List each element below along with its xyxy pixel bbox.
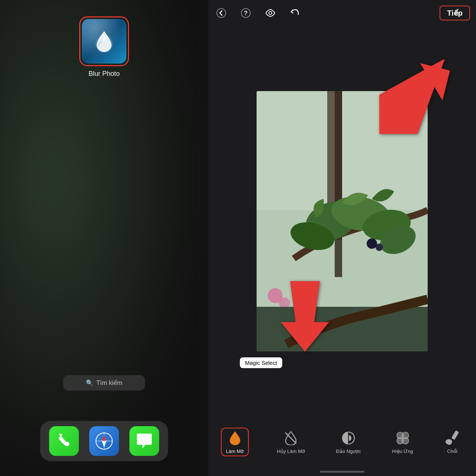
effects-icon [395,431,410,446]
tools-row: Làm Mờ Hủy Làm Mờ [208,416,476,467]
svg-line-28 [286,433,296,443]
safari-svg [95,432,113,450]
tool-dao-nguoc[interactable]: Đảo Ngược [333,428,364,456]
dao-nguoc-label: Đảo Ngược [336,448,361,454]
cancel-drop-icon [284,431,298,445]
svg-point-9 [269,12,272,15]
blur-photo-app-icon[interactable] [82,19,126,64]
svg-point-38 [446,439,452,444]
magic-select-tooltip: Magic Select [240,357,282,368]
svg-rect-13 [335,91,342,277]
home-indicator [208,467,476,476]
search-bar[interactable]: 🔍 Tìm kiếm [63,375,145,390]
lam-mo-label: Làm Mờ [226,448,244,454]
back-button[interactable] [214,6,228,20]
app-icon-container[interactable]: Blur Photo [79,16,129,78]
lam-mo-icon [227,430,243,446]
photo-frame [257,91,428,351]
phone-svg [55,432,73,450]
water-drop-icon [93,28,115,54]
home-bar [320,471,364,473]
photo-content-svg [257,91,428,351]
app-icon-wrapper [79,16,129,66]
drop-icon [228,431,242,446]
messages-svg [135,432,154,450]
bottom-toolbar: Làm Mờ Hủy Làm Mờ [208,416,476,476]
top-bar-left: ? [214,6,302,20]
svg-point-6 [217,9,226,17]
hieu-ung-label: Hiệu Ứng [392,448,413,454]
back-icon [216,8,226,18]
left-panel: Blur Photo 🔍 Tìm kiếm [0,0,208,476]
eye-icon [265,9,276,17]
svg-marker-26 [420,63,450,74]
svg-point-36 [402,437,409,444]
tool-hieu-ung[interactable]: Hiệu Ứng [389,428,416,456]
photo-area: Magic Select [208,26,476,416]
dock-safari-icon[interactable] [89,426,119,456]
choi-label: Chổi [447,448,457,454]
search-icon: 🔍 [86,379,93,386]
help-icon: ? [241,8,251,18]
undo-icon [290,8,300,18]
search-label: Tìm kiếm [96,379,122,387]
svg-point-19 [367,238,377,249]
top-bar: ? Tiếp [208,0,476,26]
svg-rect-37 [451,431,459,440]
undo-button[interactable] [288,6,302,20]
choi-icon [444,430,460,446]
next-button[interactable]: Tiếp [440,6,470,20]
hieu-ung-icon [395,430,411,446]
dock [40,421,168,461]
tool-lam-mo[interactable]: Làm Mờ [221,428,249,456]
svg-rect-23 [257,307,428,351]
huy-lam-mo-icon [283,430,299,446]
huy-lam-mo-label: Hủy Làm Mờ [277,448,305,454]
app-label: Blur Photo [89,70,120,78]
svg-point-20 [376,244,383,251]
svg-point-0 [96,36,112,52]
brush-icon [445,431,459,446]
dock-messages-icon[interactable] [129,426,159,456]
tool-huy-lam-mo[interactable]: Hủy Làm Mờ [274,428,308,456]
right-panel: ? Tiếp [208,0,476,476]
tool-choi[interactable]: Chổi [441,428,463,456]
dock-phone-icon[interactable] [49,426,79,456]
invert-icon [341,431,356,445]
help-button[interactable]: ? [239,6,253,20]
preview-button[interactable] [263,6,277,20]
svg-text:?: ? [244,10,248,16]
dao-nguoc-icon [340,430,357,446]
